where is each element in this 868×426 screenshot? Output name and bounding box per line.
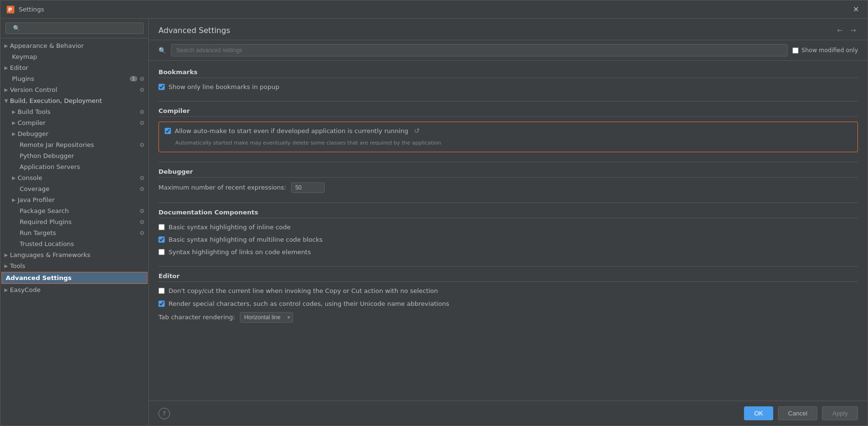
- settings-icon: ⚙: [139, 120, 145, 126]
- sidebar-item-label: Remote Jar Repositories: [20, 141, 137, 148]
- sidebar-item-package-search[interactable]: Package Search ⚙: [0, 205, 148, 216]
- sidebar-item-app-servers[interactable]: Application Servers: [0, 161, 148, 172]
- sidebar-item-appearance[interactable]: ▶ Appearance & Behavior: [0, 40, 148, 51]
- max-expressions-input[interactable]: [291, 182, 325, 193]
- sidebar-item-trusted-locations[interactable]: Trusted Locations: [0, 238, 148, 249]
- render-special-row: Render special characters, such as contr…: [158, 300, 858, 308]
- tab-rendering-label: Tab character rendering:: [158, 314, 235, 321]
- sidebar-item-languages-frameworks[interactable]: ▶ Languages & Frameworks: [0, 249, 148, 260]
- sidebar-search-container: [0, 19, 148, 38]
- chevron-right-icon: ▶: [4, 43, 8, 48]
- settings-icon: ⚙: [139, 230, 145, 236]
- sidebar-item-label: Package Search: [20, 207, 137, 214]
- settings-content: Bookmarks Show only line bookmarks in po…: [149, 61, 868, 401]
- sidebar-item-label: Advanced Settings: [6, 274, 143, 281]
- sidebar-item-editor[interactable]: ▶ Editor: [0, 62, 148, 73]
- settings-icon: ⚙: [139, 186, 145, 192]
- documentation-section: Documentation Components Basic syntax hi…: [158, 209, 858, 257]
- settings-search-input[interactable]: [171, 44, 788, 56]
- close-button[interactable]: ✕: [850, 4, 862, 15]
- sidebar-item-plugins[interactable]: Plugins 1 ⚙: [0, 73, 148, 84]
- apply-button[interactable]: Apply: [822, 406, 858, 420]
- sidebar-item-label: Python Debugger: [20, 152, 145, 159]
- sidebar-item-advanced-settings[interactable]: Advanced Settings: [1, 272, 147, 284]
- sidebar-item-tools[interactable]: ▶ Tools: [0, 260, 148, 271]
- chevron-right-icon: ▶: [12, 175, 16, 180]
- compiler-section: Compiler Allow auto-make to start even i…: [158, 107, 858, 152]
- bookmarks-section: Bookmarks Show only line bookmarks in po…: [158, 68, 858, 91]
- sidebar-item-compiler[interactable]: ▶ Compiler ⚙: [0, 117, 148, 128]
- bookmarks-section-title: Bookmarks: [158, 68, 858, 78]
- syntax-links-checkbox[interactable]: [158, 249, 165, 255]
- app-icon: P: [6, 5, 15, 14]
- debugger-section-title: Debugger: [158, 168, 858, 178]
- panel-title: Advanced Settings: [158, 26, 230, 35]
- sidebar-item-label: Plugins: [12, 75, 128, 82]
- debugger-section: Debugger Maximum number of recent expres…: [158, 168, 858, 193]
- no-copy-checkbox[interactable]: [158, 288, 165, 294]
- documentation-section-title: Documentation Components: [158, 209, 858, 218]
- tab-rendering-select[interactable]: Horizontal line Arrow None: [240, 312, 293, 323]
- window-title: Settings: [19, 6, 850, 13]
- allow-automake-hint: Automatically started make may eventuall…: [175, 139, 852, 146]
- ok-button[interactable]: OK: [744, 406, 773, 420]
- search-icon: 🔍: [158, 47, 166, 54]
- chevron-down-icon: ▼: [4, 98, 8, 103]
- sidebar-item-version-control[interactable]: ▶ Version Control ⚙: [0, 84, 148, 95]
- sidebar-item-run-targets[interactable]: Run Targets ⚙: [0, 227, 148, 238]
- basic-inline-checkbox[interactable]: [158, 224, 165, 230]
- sidebar-item-label: Keymap: [12, 53, 145, 60]
- sidebar-item-easycode[interactable]: ▶ EasyCode: [0, 284, 148, 295]
- chevron-right-icon: ▶: [4, 263, 8, 269]
- cancel-button[interactable]: Cancel: [778, 406, 817, 420]
- nav-back-button[interactable]: ←: [835, 25, 845, 35]
- sidebar-item-label: Coverage: [20, 185, 137, 192]
- no-copy-label: Don't copy/cut the current line when inv…: [169, 287, 438, 295]
- show-modified-checkbox[interactable]: [792, 47, 799, 54]
- sidebar-search-input[interactable]: [5, 22, 144, 34]
- chevron-right-icon: ▶: [12, 120, 16, 125]
- sidebar: ▶ Appearance & Behavior Keymap ▶ Editor …: [0, 19, 149, 426]
- sidebar-item-java-profiler[interactable]: ▶ Java Profiler: [0, 194, 148, 205]
- render-special-label: Render special characters, such as contr…: [169, 300, 449, 308]
- basic-multiline-checkbox[interactable]: [158, 236, 165, 243]
- sidebar-item-python-debugger[interactable]: Python Debugger: [0, 150, 148, 161]
- section-divider: [158, 101, 858, 101]
- show-modified-container: Show modified only: [792, 47, 858, 54]
- bottom-left: ?: [158, 408, 170, 419]
- sidebar-item-label: Run Targets: [20, 229, 137, 236]
- sidebar-item-console[interactable]: ▶ Console ⚙: [0, 172, 148, 183]
- chevron-right-icon: ▶: [12, 197, 16, 202]
- chevron-right-icon: ▶: [4, 65, 8, 70]
- render-special-checkbox[interactable]: [158, 301, 165, 307]
- allow-automake-label: Allow auto-make to start even if develop…: [175, 127, 408, 135]
- sidebar-item-label: Debugger: [18, 130, 145, 137]
- sidebar-item-required-plugins[interactable]: Required Plugins ⚙: [0, 216, 148, 227]
- sidebar-item-coverage[interactable]: Coverage ⚙: [0, 183, 148, 194]
- settings-window: P Settings ✕ ▶ Appearance & Behavior Key…: [0, 0, 868, 426]
- sidebar-item-build-exec-deploy[interactable]: ▼ Build, Execution, Deployment: [0, 95, 148, 106]
- settings-icon: ⚙: [139, 219, 145, 225]
- reset-automake-button[interactable]: ↺: [412, 127, 422, 135]
- settings-icon: ⚙: [139, 208, 145, 214]
- bottom-right: OK Cancel Apply: [744, 406, 858, 420]
- compiler-section-title: Compiler: [158, 107, 858, 117]
- nav-forward-button[interactable]: →: [848, 25, 858, 35]
- basic-multiline-row: Basic syntax highlighting of multiline c…: [158, 235, 858, 244]
- section-divider: [158, 202, 858, 203]
- sidebar-item-build-tools[interactable]: ▶ Build Tools ⚙: [0, 106, 148, 117]
- sidebar-item-remote-jar[interactable]: Remote Jar Repositories ⚙: [0, 139, 148, 150]
- sidebar-item-keymap[interactable]: Keymap: [0, 51, 148, 62]
- sidebar-item-label: Java Profiler: [18, 196, 145, 203]
- basic-inline-label: Basic syntax highlighting of inline code: [169, 223, 291, 232]
- allow-automake-checkbox[interactable]: [165, 128, 171, 134]
- sidebar-item-debugger[interactable]: ▶ Debugger: [0, 128, 148, 139]
- help-button[interactable]: ?: [158, 408, 170, 419]
- chevron-right-icon: ▶: [12, 109, 16, 114]
- sidebar-item-label: EasyCode: [10, 286, 145, 293]
- syntax-links-row: Syntax highlighting of links on code ele…: [158, 248, 858, 257]
- show-line-bookmarks-checkbox[interactable]: [158, 84, 165, 90]
- sidebar-item-label: Required Plugins: [20, 218, 137, 225]
- header-nav: ← →: [835, 25, 858, 35]
- section-divider: [158, 266, 858, 267]
